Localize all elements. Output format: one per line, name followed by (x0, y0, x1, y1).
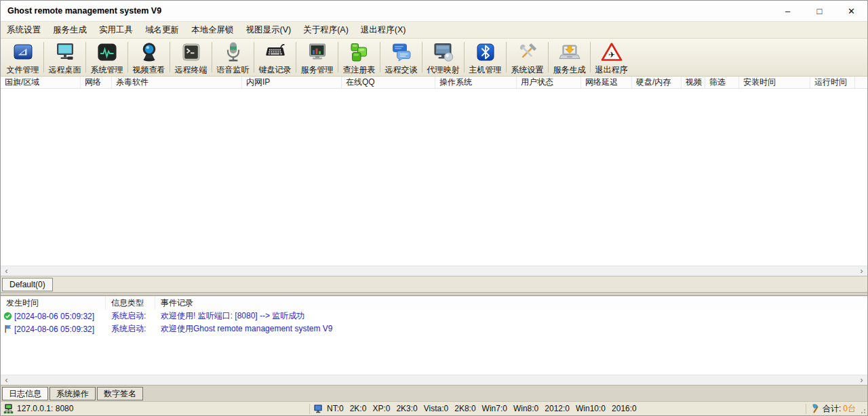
toolbar-button-host-manager[interactable]: 主机管理 (465, 39, 506, 76)
toolbar-button-system-settings[interactable]: 系统设置 (507, 39, 548, 76)
axe-icon (810, 404, 821, 414)
column-online-qq[interactable]: 在线QQ (342, 77, 435, 88)
column-disk-memory[interactable]: 硬盘/内存 (632, 77, 682, 88)
window-controls: – □ ✕ (772, 1, 867, 21)
log-header: 发生时间 信息类型 事件记录 (1, 296, 867, 310)
log-time: [2024-08-06 05:09:32] (14, 325, 106, 334)
tab-digital-signature[interactable]: 数字签名 (97, 387, 143, 400)
host-list-hscrollbar[interactable]: ‹ › (1, 266, 867, 276)
toolbar-button-label: 视频查看 (133, 64, 165, 76)
toolbar-button-voice-monitor[interactable]: 语音监听 (212, 39, 254, 76)
app-window: Ghost remote management system V9 – □ ✕ … (0, 0, 868, 416)
menu-utilities[interactable]: 实用工具 (93, 22, 139, 38)
chat-bubbles-icon (391, 41, 412, 63)
toolbar-button-proxy-mapping[interactable]: 代理映射 (422, 39, 464, 76)
column-os[interactable]: 操作系统 (435, 77, 517, 88)
os-count: 2K:0 (350, 404, 367, 413)
toolbar-button-service-manager[interactable]: 服务管理 (296, 39, 338, 76)
host-list-body[interactable] (1, 89, 867, 266)
toolbar-button-exit-program[interactable]: ✈ 退出程序 (591, 39, 632, 76)
os-count: 2K3:0 (396, 404, 417, 413)
toolbar-button-label: 文件管理 (7, 64, 39, 76)
toolbar-button-remote-chat[interactable]: 远程交谈 (380, 39, 422, 76)
toolbar-button-remote-terminal[interactable]: 远程终端 (170, 39, 212, 76)
group-tab-bar: Default(0) (1, 276, 867, 292)
os-count: Vista:0 (424, 404, 448, 413)
group-tab-default[interactable]: Default(0) (2, 278, 53, 291)
status-os-counts-section: NT:0 2K:0 XP:0 2K3:0 Vista:0 2K8:0 Win7:… (310, 404, 806, 414)
total-value: 0台 (843, 403, 856, 415)
microphone-icon (222, 41, 244, 63)
column-install-time[interactable]: 安装时间 (739, 77, 810, 88)
column-flag-region[interactable]: 国旗/区域 (1, 77, 81, 88)
monitor-icon (313, 404, 323, 414)
toolbar-button-service-generator[interactable]: 服务生成 (549, 39, 590, 76)
column-antivirus[interactable]: 杀毒软件 (112, 77, 242, 88)
success-check-icon (3, 312, 12, 320)
log-hscrollbar[interactable]: ‹ › (1, 375, 867, 385)
toolbar-button-file-manager[interactable]: 文件管理 (2, 39, 43, 76)
log-time: [2024-08-06 05:09:32] (14, 312, 106, 321)
toolbar-button-label: 查注册表 (343, 64, 376, 76)
keyboard-icon (264, 41, 286, 63)
toolbar-button-video-view[interactable]: 视频查看 (128, 39, 170, 76)
listen-address: 127.0.0.1: 8080 (17, 404, 73, 413)
menu-exit[interactable]: 退出程序(X) (355, 22, 412, 38)
menu-view-display[interactable]: 视图显示(V) (240, 22, 298, 38)
status-bar: 127.0.0.1: 8080 NT:0 2K:0 XP:0 2K3:0 Vis… (1, 401, 867, 415)
log-row[interactable]: [2024-08-06 05:09:32] 系统启动: 欢迎使用Ghost re… (1, 323, 867, 335)
scroll-track[interactable] (12, 266, 856, 276)
toolbar-button-keylogger[interactable]: 键盘记录 (254, 39, 296, 76)
scroll-track[interactable] (12, 375, 856, 385)
column-lan-ip[interactable]: 内网IP (242, 77, 342, 88)
laptop-download-icon (559, 41, 580, 63)
minimize-button[interactable]: – (772, 1, 804, 21)
toolbar: 文件管理 远程桌面 系统管理 视频查看 远程终端 语音监听 (1, 38, 867, 77)
column-filler (855, 77, 867, 88)
menu-local-fullscreen-lock[interactable]: 本地全屏锁 (185, 22, 240, 38)
tab-log-info[interactable]: 日志信息 (2, 387, 48, 400)
bottom-tab-bar: 日志信息 系统操作 数字签名 (1, 385, 867, 401)
menu-domain-update[interactable]: 域名更新 (139, 22, 185, 38)
file-manager-icon (12, 41, 34, 63)
toolbar-button-remote-desktop[interactable]: 远程桌面 (44, 39, 85, 76)
tab-system-operation[interactable]: 系统操作 (50, 387, 96, 400)
toolbar-button-label: 语音监听 (217, 64, 250, 76)
bar-chart-screen-icon (307, 41, 328, 63)
column-latency[interactable]: 网络延迟 (581, 77, 632, 88)
toolbar-button-label: 代理映射 (427, 64, 460, 76)
log-column-event[interactable]: 事件记录 (155, 296, 867, 310)
title-bar: Ghost remote management system V9 – □ ✕ (1, 1, 867, 21)
toolbar-button-label: 远程终端 (175, 64, 208, 76)
menu-about[interactable]: 关于程序(A) (297, 22, 355, 38)
toolbar-button-label: 键盘记录 (259, 64, 292, 76)
scroll-right-icon[interactable]: › (856, 376, 867, 385)
host-list-header: 国旗/区域 网络 杀毒软件 内网IP 在线QQ 操作系统 用户状态 网络延迟 硬… (1, 77, 867, 89)
column-uptime[interactable]: 运行时间 (810, 77, 855, 88)
log-column-time[interactable]: 发生时间 (1, 296, 106, 310)
menu-system-settings[interactable]: 系统设置 (1, 22, 47, 38)
os-count: NT:0 (327, 404, 344, 413)
close-button[interactable]: ✕ (835, 1, 867, 21)
column-filter[interactable]: 筛选 (705, 77, 739, 88)
scroll-left-icon[interactable]: ‹ (1, 376, 12, 385)
toolbar-button-system-manager[interactable]: 系统管理 (86, 39, 127, 76)
menu-service-generate[interactable]: 服务生成 (47, 22, 93, 38)
scroll-right-icon[interactable]: › (856, 267, 867, 276)
maximize-button[interactable]: □ (804, 1, 835, 21)
toolbar-button-label: 系统管理 (91, 64, 123, 76)
scroll-left-icon[interactable]: ‹ (1, 267, 12, 276)
system-manager-icon (96, 41, 118, 63)
log-row[interactable]: [2024-08-06 05:09:32] 系统启动: 欢迎使用! 监听端口: … (1, 310, 867, 323)
toolbar-button-label: 服务管理 (301, 64, 334, 76)
toolbar-button-registry-viewer[interactable]: 查注册表 (338, 39, 380, 76)
column-video[interactable]: 视频 (682, 77, 705, 88)
monitor-globe-icon (433, 41, 454, 63)
resize-grip[interactable] (859, 402, 867, 415)
log-message: 欢迎使用! 监听端口: [8080] --> 监听成功 (155, 310, 304, 322)
log-column-type[interactable]: 信息类型 (106, 296, 155, 310)
column-network[interactable]: 网络 (81, 77, 112, 88)
webcam-icon (138, 41, 160, 63)
log-type: 系统启动: (106, 310, 155, 322)
column-user-status[interactable]: 用户状态 (517, 77, 581, 88)
